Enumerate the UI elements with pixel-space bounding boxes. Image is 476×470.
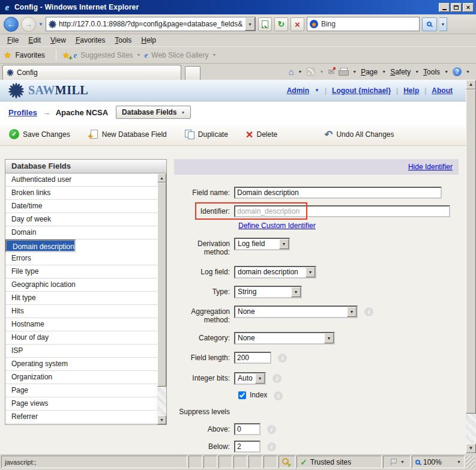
tools-menu-button[interactable]: Tools bbox=[423, 68, 440, 76]
new-tab-stub[interactable] bbox=[185, 66, 200, 80]
chevron-down-icon[interactable] bbox=[444, 70, 448, 74]
hide-identifier-link[interactable]: Hide Identifier bbox=[408, 163, 453, 171]
sidebar-item-hostname[interactable]: Hostname bbox=[5, 318, 157, 331]
tab-label[interactable]: Config bbox=[17, 68, 38, 77]
forward-button[interactable]: → bbox=[21, 17, 36, 32]
mail-icon[interactable]: ✉ bbox=[328, 68, 334, 76]
above-input[interactable] bbox=[234, 423, 261, 435]
sidebar-item-page-views[interactable]: Page views bbox=[5, 397, 157, 411]
page-scrollbar[interactable]: ▲ ▼ bbox=[466, 80, 476, 453]
tab-config[interactable]: Config bbox=[2, 65, 181, 80]
menu-help[interactable]: Help bbox=[136, 35, 161, 46]
chevron-down-icon[interactable] bbox=[306, 267, 315, 277]
info-icon[interactable]: i bbox=[274, 391, 283, 400]
new-database-field-button[interactable]: New Database Field bbox=[88, 130, 167, 139]
menu-file[interactable]: File bbox=[2, 35, 23, 46]
info-icon[interactable]: i bbox=[267, 425, 276, 434]
chevron-down-icon[interactable] bbox=[457, 460, 461, 464]
search-engine-label[interactable]: Bing bbox=[321, 20, 336, 28]
safety-menu-button[interactable]: Safety bbox=[390, 68, 411, 76]
zoom-cell[interactable]: 100% bbox=[412, 456, 465, 468]
section-dropdown-button[interactable]: Database Fields bbox=[116, 106, 191, 119]
sidebar-item-date-time[interactable]: Date/time bbox=[5, 200, 157, 213]
sidebar-item-errors[interactable]: Errors bbox=[5, 252, 157, 265]
info-icon[interactable]: i bbox=[267, 442, 276, 451]
resize-grip[interactable] bbox=[466, 456, 475, 468]
sidebar-item-referrer[interactable]: Referrer bbox=[5, 411, 157, 424]
chevron-down-icon[interactable] bbox=[382, 70, 386, 74]
url-text[interactable]: http://127.0.0.1:8988/?dp=config&page=da… bbox=[59, 20, 243, 28]
below-input[interactable] bbox=[234, 441, 261, 453]
aggregation-method-select[interactable]: None bbox=[234, 306, 358, 318]
chevron-down-icon[interactable] bbox=[255, 373, 265, 384]
identifier-input[interactable] bbox=[234, 205, 450, 217]
chevron-down-icon[interactable] bbox=[466, 70, 470, 74]
info-icon[interactable]: i bbox=[278, 354, 287, 363]
scrollbar-thumb[interactable] bbox=[157, 182, 166, 387]
sidebar-item-page[interactable]: Page bbox=[5, 384, 157, 397]
scroll-down-icon[interactable]: ▼ bbox=[466, 444, 476, 453]
chevron-down-icon[interactable] bbox=[298, 70, 302, 74]
log-field-select[interactable]: domain description bbox=[234, 266, 316, 279]
search-box[interactable]: Bing bbox=[307, 17, 420, 31]
chevron-down-icon[interactable] bbox=[137, 53, 141, 57]
chevron-down-icon[interactable] bbox=[212, 53, 216, 57]
sidebar-scrollbar[interactable]: ▲ ▼ bbox=[157, 173, 166, 424]
add-favorite-icon[interactable]: ★ bbox=[62, 50, 70, 60]
define-custom-identifier-link[interactable]: Define Custom Identifier bbox=[238, 221, 316, 230]
chevron-down-icon[interactable] bbox=[415, 70, 419, 74]
refresh-button[interactable]: ↻ bbox=[274, 17, 288, 31]
chevron-down-icon[interactable] bbox=[279, 239, 289, 249]
chevron-down-icon[interactable] bbox=[400, 460, 405, 464]
sidebar-item-geographic-location[interactable]: Geographic location bbox=[5, 279, 157, 292]
stop-button[interactable]: × bbox=[291, 17, 304, 31]
sidebar-item-hit-type[interactable]: Hit type bbox=[5, 292, 157, 305]
search-button[interactable] bbox=[422, 17, 437, 31]
address-bar[interactable]: http://127.0.0.1:8988/?dp=config&page=da… bbox=[46, 17, 256, 31]
sidebar-item-domain-description[interactable]: Domain description bbox=[5, 240, 76, 252]
history-dropdown-icon[interactable]: ▼ bbox=[38, 22, 43, 27]
info-icon[interactable]: i bbox=[364, 307, 373, 316]
help-link[interactable]: Help bbox=[403, 86, 419, 95]
chevron-down-icon[interactable] bbox=[319, 70, 324, 74]
sidebar-item-day-of-week[interactable]: Day of week bbox=[5, 213, 157, 226]
chevron-down-icon[interactable]: ▼ bbox=[315, 88, 319, 93]
page-menu-button[interactable]: Page bbox=[361, 68, 378, 76]
rss-feed-icon[interactable] bbox=[306, 67, 315, 76]
menu-tools[interactable]: Tools bbox=[110, 35, 136, 46]
close-button[interactable]: × bbox=[463, 3, 474, 12]
scroll-down-icon[interactable]: ▼ bbox=[157, 415, 166, 424]
back-button[interactable]: ← bbox=[4, 17, 19, 32]
menu-edit[interactable]: Edit bbox=[23, 35, 46, 46]
sidebar-item-authenticated-user[interactable]: Authenticated user bbox=[5, 173, 157, 187]
undo-all-changes-button[interactable]: ↶ Undo All Changes bbox=[324, 130, 394, 139]
derivation-method-select[interactable]: Log field bbox=[234, 238, 290, 250]
type-select[interactable]: String bbox=[234, 286, 302, 298]
logout-link[interactable]: Logout {michael} bbox=[332, 86, 391, 95]
menu-favorites[interactable]: Favorites bbox=[71, 35, 110, 46]
maximize-button[interactable] bbox=[451, 3, 462, 12]
info-icon[interactable]: i bbox=[273, 374, 282, 383]
security-zone-cell[interactable]: ✓ Trusted sites bbox=[297, 456, 382, 468]
delete-button[interactable]: × Delete bbox=[246, 130, 277, 139]
favorites-button[interactable]: Favorites bbox=[15, 51, 44, 59]
printer-icon[interactable] bbox=[339, 68, 348, 76]
category-select[interactable]: None bbox=[234, 332, 335, 345]
sidebar-item-hits[interactable]: Hits bbox=[5, 305, 157, 318]
save-changes-button[interactable]: ✓ Save Changes bbox=[9, 129, 70, 139]
scroll-up-icon[interactable]: ▲ bbox=[466, 80, 476, 89]
scrollbar-thumb[interactable] bbox=[466, 89, 476, 414]
sidebar-item-isp[interactable]: ISP bbox=[5, 345, 157, 358]
field-length-input[interactable] bbox=[234, 352, 271, 364]
integer-bits-select[interactable]: Auto bbox=[234, 372, 266, 385]
chevron-down-icon[interactable] bbox=[347, 307, 357, 317]
compatibility-view-button[interactable] bbox=[258, 17, 272, 31]
search-options-dropdown[interactable] bbox=[439, 17, 447, 31]
field-name-input[interactable] bbox=[234, 187, 442, 199]
sidebar-item-operating-system[interactable]: Operating system bbox=[5, 358, 157, 371]
help-icon[interactable]: ? bbox=[453, 67, 462, 76]
home-icon[interactable]: ⌂ bbox=[288, 67, 294, 76]
sidebar-item-broken-links[interactable]: Broken links bbox=[5, 187, 157, 200]
address-dropdown-button[interactable] bbox=[245, 17, 255, 31]
menu-view[interactable]: View bbox=[46, 35, 71, 46]
